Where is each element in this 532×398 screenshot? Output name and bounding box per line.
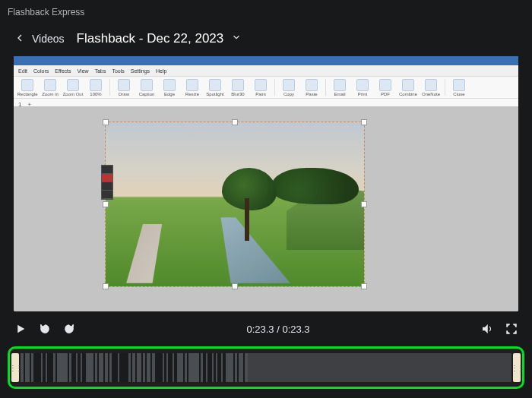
svg-text:5: 5 (68, 327, 70, 331)
playback-controls: 5 5 0:23.3 / 0:23.3 (14, 317, 518, 340)
menu-item: Help (156, 68, 166, 74)
menu-item: Effects (55, 68, 71, 74)
time-display: 0:23.3 / 0:23.3 (246, 324, 309, 335)
trim-handle-right[interactable] (513, 353, 521, 382)
editor-tool: Draw (113, 79, 135, 96)
trim-handle-left[interactable] (11, 353, 19, 382)
play-button[interactable] (14, 322, 27, 336)
editor-tool: Copy (278, 79, 299, 96)
timeline-trim[interactable] (8, 346, 524, 389)
app-titlebar: Flashback Express (0, 0, 532, 24)
back-label: Videos (32, 33, 65, 45)
editor-tool: Zoom Out (62, 79, 84, 96)
editor-tool: Print (352, 79, 373, 96)
forward-5-button[interactable]: 5 (62, 322, 76, 336)
fullscreen-button[interactable] (505, 322, 518, 336)
editor-tool: Paste (301, 79, 322, 96)
menu-item: Edit (18, 68, 27, 74)
editor-tool: Caption (136, 79, 157, 96)
total-time: 0:23.3 (282, 324, 309, 335)
menu-item: Tabs (95, 68, 106, 74)
header: Videos Flashback - Dec 22, 2023 (0, 24, 532, 53)
chevron-down-icon (231, 31, 242, 46)
editor-tool: Paint (250, 79, 271, 96)
editor-tool: Email (329, 79, 350, 96)
video-preview[interactable]: Edit Colors Effects View Tabs Tools Sett… (14, 56, 518, 311)
svg-text:5: 5 (43, 327, 46, 331)
volume-button[interactable] (480, 322, 494, 336)
editor-canvas (14, 106, 518, 311)
editor-tool: Edge (159, 79, 180, 96)
selected-image (105, 122, 365, 287)
editor-tool: Spotlight (204, 79, 226, 96)
menu-item: Colors (33, 68, 49, 74)
editor-toolbar: RectangleZoom inZoom Out100%DrawCaptionE… (14, 77, 518, 99)
menu-item: Tools (112, 68, 124, 74)
editor-tool: Resize (182, 79, 203, 96)
editor-tool: PDF (375, 79, 396, 96)
timeline-track[interactable] (21, 353, 511, 382)
editor-tool: Rectangle (17, 79, 38, 96)
editor-titlebar (14, 56, 518, 65)
rewind-5-button[interactable]: 5 (38, 322, 52, 336)
project-title-dropdown[interactable]: Flashback - Dec 22, 2023 (77, 31, 242, 46)
editor-tool: Combine (397, 79, 419, 96)
arrow-left-icon (14, 32, 26, 46)
recorded-editor-window: Edit Colors Effects View Tabs Tools Sett… (14, 56, 518, 311)
image-side-toolbar (101, 165, 113, 200)
back-to-videos[interactable]: Videos (14, 32, 65, 46)
editor-tool: Zoom in (40, 79, 61, 96)
current-time: 0:23.3 (246, 324, 274, 335)
editor-tool: 100% (85, 79, 106, 96)
editor-menubar: Edit Colors Effects View Tabs Tools Sett… (14, 65, 518, 77)
project-title: Flashback - Dec 22, 2023 (77, 31, 224, 46)
editor-tool: Blur30 (227, 79, 249, 96)
editor-tool: Close (448, 79, 470, 96)
editor-tool: OneNote (420, 79, 442, 96)
app-name: Flashback Express (8, 7, 84, 17)
menu-item: Settings (131, 68, 150, 74)
menu-item: View (78, 68, 89, 74)
